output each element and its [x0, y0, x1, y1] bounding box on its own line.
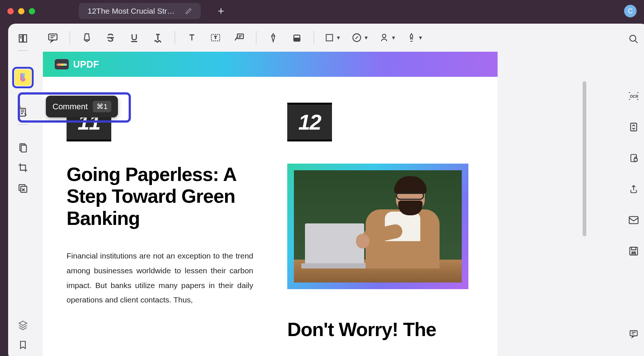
- updf-logo-icon: [55, 59, 69, 69]
- shape-dropdown[interactable]: ▼: [320, 28, 345, 47]
- svg-point-13: [630, 35, 636, 41]
- save-button[interactable]: [626, 243, 642, 259]
- redact-button[interactable]: [15, 179, 31, 196]
- minimize-window-button[interactable]: [18, 8, 24, 14]
- svg-rect-9: [294, 38, 300, 41]
- divider: [18, 124, 28, 125]
- new-tab-button[interactable]: +: [218, 5, 224, 17]
- article-paragraph: Financial institutions are not an except…: [67, 249, 253, 308]
- svg-rect-2: [21, 145, 26, 152]
- pencil-button[interactable]: [262, 28, 284, 47]
- edit-icon[interactable]: [185, 8, 192, 14]
- vertical-scrollbar[interactable]: [583, 81, 586, 236]
- window-titlebar: 12The Most Crucial Strategies for... + C: [0, 0, 644, 22]
- chevron-down-icon: ▼: [336, 35, 341, 41]
- brand-name: UPDF: [73, 59, 99, 70]
- avatar-letter: C: [628, 7, 633, 15]
- main-area: ▼ ▼ ▼ ▼ UPDF: [38, 24, 619, 356]
- zoom-window-button[interactable]: [29, 8, 35, 14]
- comment-mode-button[interactable]: [15, 69, 31, 86]
- article-image-frame: [287, 164, 468, 289]
- separator: [174, 31, 175, 44]
- crop-button[interactable]: [15, 160, 31, 176]
- squiggly-button[interactable]: [147, 28, 169, 47]
- divider: [18, 50, 28, 51]
- signature-dropdown[interactable]: ▼: [375, 28, 400, 47]
- underline-button[interactable]: [123, 28, 145, 47]
- chevron-down-icon: ▼: [418, 35, 423, 41]
- textbox-button[interactable]: [205, 28, 226, 47]
- share-button[interactable]: [626, 181, 642, 197]
- app-frame: Comment ⌘1: [8, 24, 644, 356]
- reader-mode-button[interactable]: [15, 30, 31, 47]
- tooltip-label: Comment: [52, 102, 88, 112]
- sticky-note-button[interactable]: [42, 28, 64, 47]
- convert-button[interactable]: [626, 119, 642, 135]
- svg-rect-17: [634, 158, 637, 161]
- edit-mode-button[interactable]: [15, 104, 31, 120]
- ocr-button[interactable]: OCR: [626, 88, 642, 104]
- svg-rect-18: [629, 216, 638, 223]
- right-column: 12: [287, 103, 474, 356]
- svg-rect-21: [630, 331, 637, 336]
- page-number-right: 12: [287, 103, 332, 141]
- search-button[interactable]: [626, 31, 642, 47]
- highlight-button[interactable]: [76, 28, 98, 47]
- attachment-dropdown[interactable]: ▼: [402, 28, 427, 47]
- strikethrough-button[interactable]: [100, 28, 121, 47]
- left-sidebar: [8, 24, 38, 356]
- tooltip-shortcut: ⌘1: [93, 101, 111, 112]
- text-button[interactable]: [181, 28, 203, 47]
- comment-panel-button[interactable]: [626, 326, 642, 342]
- close-window-button[interactable]: [7, 8, 14, 14]
- separator: [313, 31, 314, 44]
- brand-banner: UPDF: [43, 52, 498, 77]
- stamp-dropdown[interactable]: ▼: [348, 28, 373, 47]
- eraser-button[interactable]: [286, 28, 308, 47]
- svg-rect-10: [326, 34, 332, 41]
- traffic-lights: [7, 8, 35, 14]
- svg-rect-5: [49, 34, 57, 40]
- rail-indicator-dot: [18, 106, 21, 108]
- article-heading-right: Don't Worry! The: [287, 319, 474, 340]
- user-avatar[interactable]: C: [624, 5, 637, 17]
- separator: [256, 31, 257, 44]
- layers-button[interactable]: [15, 317, 31, 333]
- svg-point-12: [382, 34, 386, 38]
- separator: [70, 31, 70, 44]
- comment-tooltip: Comment ⌘1: [46, 96, 118, 117]
- article-image: [294, 170, 462, 283]
- tab-title: 12The Most Crucial Strategies for...: [88, 7, 179, 16]
- svg-text:OCR: OCR: [630, 95, 638, 99]
- bookmark-button[interactable]: [15, 337, 31, 353]
- page-content: 11 Going Paperless: A Step Toward Green …: [43, 77, 498, 356]
- svg-point-20: [633, 252, 635, 254]
- chevron-down-icon: ▼: [364, 35, 369, 41]
- document-tab[interactable]: 12The Most Crucial Strategies for...: [79, 3, 201, 19]
- right-sidebar: OCR: [619, 24, 644, 356]
- article-heading-left: Going Paperless: A Step Toward Green Ban…: [67, 164, 253, 229]
- chevron-down-icon: ▼: [391, 35, 396, 41]
- protect-button[interactable]: [626, 150, 642, 166]
- annotation-toolbar: ▼ ▼ ▼ ▼: [38, 24, 619, 52]
- page-viewport[interactable]: UPDF 11 Going Paperless: A Step Toward G…: [38, 52, 619, 356]
- email-button[interactable]: [626, 212, 642, 228]
- left-column: 11 Going Paperless: A Step Toward Green …: [67, 103, 253, 356]
- callout-button[interactable]: [228, 28, 250, 47]
- organize-pages-button[interactable]: [15, 140, 31, 156]
